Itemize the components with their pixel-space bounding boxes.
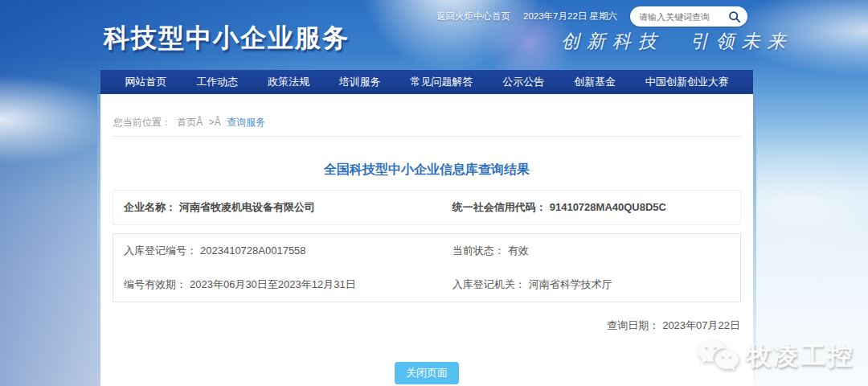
validity-label: 编号有效期： <box>124 278 186 290</box>
nav-item-work-news[interactable]: 工作动态 <box>196 75 238 89</box>
status-label: 当前状态： <box>452 244 505 257</box>
table-row: 企业名称：河南省牧凌机电设备有限公司 统一社会信用代码：91410728MA40… <box>113 191 740 224</box>
company-name-cell: 企业名称：河南省牧凌机电设备有限公司 <box>113 191 442 224</box>
company-info-box: 企业名称：河南省牧凌机电设备有限公司 统一社会信用代码：91410728MA40… <box>113 190 741 225</box>
nav-item-announcements[interactable]: 公示公告 <box>502 75 544 89</box>
breadcrumb-divider <box>113 136 741 137</box>
breadcrumb-label: 您当前位置： <box>113 117 171 128</box>
breadcrumb-separator: >Â <box>209 117 221 128</box>
close-page-button[interactable]: 关闭页面 <box>395 362 459 384</box>
page: 返回火炬中心首页 2023年7月22日 星期六 科技型中小企业服务 创新科技 引… <box>0 0 868 386</box>
query-date-value: 2023年07月22日 <box>662 319 740 331</box>
content-panel: 您当前位置： 首页Â >Â 查询服务 全国科技型中小企业信息库查询结果 企业名称… <box>100 94 753 386</box>
breadcrumb: 您当前位置： 首页Â >Â 查询服务 <box>100 94 753 136</box>
company-name-label: 企业名称： <box>124 201 176 213</box>
credit-code-value: 91410728MA40QU8D5C <box>550 201 666 213</box>
status-value: 有效 <box>508 244 529 257</box>
main-nav: 网站首页 工作动态 政策法规 培训服务 常见问题解答 公示公告 创新基金 中国创… <box>100 70 753 94</box>
site-title: 科技型中小企业服务 <box>104 21 350 56</box>
authority-cell: 入库登记机关：河南省科学技术厅 <box>442 268 740 302</box>
wechat-icon <box>694 338 741 375</box>
result-title: 全国科技型中小企业信息库查询结果 <box>100 162 753 179</box>
table-row: 入库登记编号：2023410728A0017558 当前状态：有效 <box>113 234 740 268</box>
site-slogan: 创新科技 引领未来 <box>561 29 793 54</box>
search-box[interactable] <box>630 6 747 27</box>
nav-item-home[interactable]: 网站首页 <box>125 75 166 89</box>
current-date: 2023年7月22日 星期六 <box>523 10 617 23</box>
validity-cell: 编号有效期：2023年06月30日至2023年12月31日 <box>113 268 442 302</box>
nav-item-innovation-fund[interactable]: 创新基金 <box>574 75 616 89</box>
reg-number-cell: 入库登记编号：2023410728A0017558 <box>113 234 442 268</box>
reg-number-label: 入库登记编号： <box>124 244 197 257</box>
credit-code-cell: 统一社会信用代码：91410728MA40QU8D5C <box>442 191 740 224</box>
breadcrumb-home[interactable]: 首页Â <box>177 117 203 128</box>
torch-center-home-link[interactable]: 返回火炬中心首页 <box>436 10 510 23</box>
query-date: 查询日期：2023年07月22日 <box>100 318 740 333</box>
validity-value: 2023年06月30日至2023年12月31日 <box>190 278 356 290</box>
breadcrumb-current-link[interactable]: 查询服务 <box>227 117 265 128</box>
status-cell: 当前状态：有效 <box>442 234 740 268</box>
nav-item-policies[interactable]: 政策法规 <box>268 75 309 89</box>
query-date-label: 查询日期： <box>607 319 659 331</box>
top-utility-bar: 返回火炬中心首页 2023年7月22日 星期六 <box>436 6 747 27</box>
search-icon[interactable] <box>728 10 741 23</box>
table-row: 编号有效期：2023年06月30日至2023年12月31日 入库登记机关：河南省… <box>113 268 740 302</box>
registration-info-box: 入库登记编号：2023410728A0017558 当前状态：有效 编号有效期：… <box>113 233 741 302</box>
nav-item-training[interactable]: 培训服务 <box>339 75 381 89</box>
nav-item-innovation-competition[interactable]: 中国创新创业大赛 <box>645 75 729 89</box>
watermark: 牧凌工控 <box>694 338 855 375</box>
authority-value: 河南省科学技术厅 <box>529 278 612 290</box>
authority-label: 入库登记机关： <box>452 278 526 290</box>
nav-item-faq[interactable]: 常见问题解答 <box>410 75 473 89</box>
company-name-value: 河南省牧凌机电设备有限公司 <box>179 201 315 213</box>
reg-number-value: 2023410728A0017558 <box>200 244 306 257</box>
watermark-text: 牧凌工控 <box>746 339 855 373</box>
credit-code-label: 统一社会信用代码： <box>452 201 547 213</box>
search-input[interactable] <box>639 12 728 22</box>
